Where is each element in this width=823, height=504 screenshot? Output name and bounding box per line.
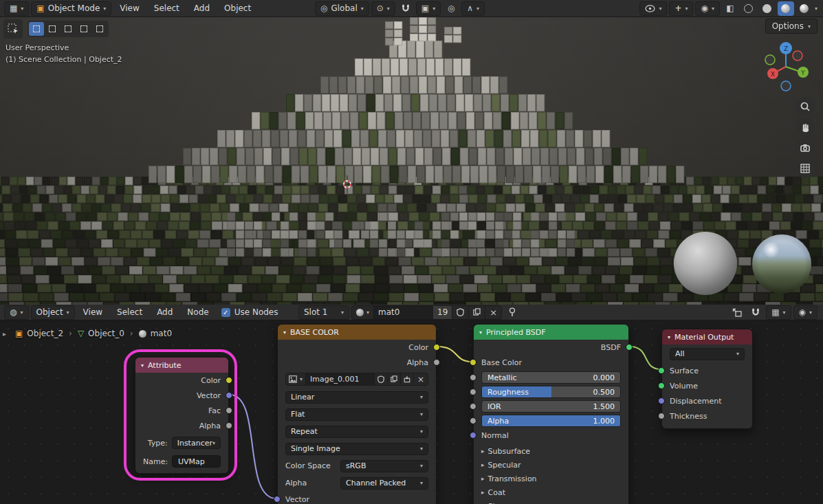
breadcrumb-mesh[interactable]: Object_0 [88, 329, 124, 338]
gizmo-minus-y-axis[interactable] [765, 55, 775, 65]
socket-color-output[interactable] [226, 377, 232, 384]
pan-button[interactable] [795, 118, 815, 137]
attribute-name-field[interactable]: UVMap [172, 455, 221, 468]
object-type-visibility-dropdown[interactable]: ▾ [639, 1, 667, 16]
material-name-field[interactable]: mat0 [374, 306, 433, 319]
snap-toggle-button[interactable] [397, 1, 414, 16]
image-pack-button[interactable] [401, 373, 414, 385]
socket-ior-input[interactable] [470, 403, 476, 410]
metallic-slider[interactable]: Metallic 0.000 [481, 371, 621, 384]
shading-solid-button[interactable] [759, 1, 776, 16]
navigation-gizmo[interactable]: Z X Y [758, 39, 813, 94]
shading-wireframe-button[interactable] [740, 1, 757, 16]
select-mode-subtract-button[interactable] [61, 22, 76, 36]
editor-type-dropdown[interactable]: ▦▾ [4, 1, 29, 16]
socket-bsdf-output[interactable] [626, 344, 633, 351]
socket-roughness-input[interactable] [470, 388, 476, 395]
collapse-chevron-icon[interactable]: ▾ [141, 362, 144, 369]
menu-select-shader[interactable]: Select [111, 305, 149, 319]
menu-view-shader[interactable]: View [77, 305, 109, 319]
new-material-button[interactable] [469, 306, 485, 319]
socket-color-output[interactable] [433, 344, 440, 351]
snap-target-dropdown[interactable]: ▣▾ [416, 1, 441, 16]
section-sheen[interactable]: ▸ Sheen [474, 499, 628, 504]
viewport-3d[interactable]: Options ▾ User Perspective (1) Scene Col… [0, 17, 823, 305]
interpolation-dropdown[interactable]: Linear ▾ [285, 391, 428, 404]
select-mode-extend-button[interactable] [45, 22, 60, 36]
shading-options-chevron-icon[interactable]: ▾ [815, 6, 817, 12]
menu-node-shader[interactable]: Node [181, 305, 215, 319]
node-overlays-dropdown[interactable]: ◉▾ [793, 305, 818, 320]
active-tool-button[interactable] [3, 19, 23, 39]
image-fake-user-button[interactable] [375, 373, 388, 385]
node-principled-bsdf[interactable]: ▾ Principled BSDF BSDF Base Color Metall… [473, 324, 629, 504]
gizmos-dropdown[interactable]: +▾ [669, 1, 693, 16]
socket-alpha-output[interactable] [226, 422, 232, 429]
socket-vector-output[interactable] [226, 392, 232, 399]
node-principled-header[interactable]: ▾ Principled BSDF [474, 325, 628, 340]
unlink-material-button[interactable]: × [485, 306, 501, 319]
socket-alpha-output[interactable] [433, 359, 440, 366]
menu-select[interactable]: Select [148, 1, 186, 15]
gizmo-minus-z-axis[interactable] [781, 81, 791, 91]
collapse-chevron-icon[interactable]: ▾ [479, 329, 482, 336]
material-users-count[interactable]: 19 [433, 306, 452, 319]
gizmo-minus-x-axis[interactable] [793, 51, 802, 61]
material-slot-dropdown[interactable]: Slot 1 ▾ [298, 305, 349, 320]
ior-slider[interactable]: IOR 1.500 [481, 400, 621, 413]
zoom-button[interactable] [795, 97, 815, 116]
breadcrumb-material[interactable]: mat0 [151, 329, 172, 338]
socket-thickness-input[interactable] [658, 413, 665, 419]
source-dropdown[interactable]: Single Image ▾ [285, 443, 428, 455]
xray-toggle[interactable]: ◧ [722, 1, 738, 16]
shading-rendered-button[interactable] [796, 1, 813, 16]
menu-object[interactable]: Object [218, 1, 257, 15]
node-material-output-header[interactable]: ▾ Material Output [662, 329, 752, 344]
socket-fac-output[interactable] [226, 407, 232, 414]
select-mode-invert-button[interactable] [76, 22, 91, 36]
socket-displacement-input[interactable] [658, 397, 665, 404]
shading-material-preview-button[interactable] [778, 1, 794, 16]
mode-dropdown[interactable]: ▣ Object Mode ▾ [31, 1, 111, 16]
node-editor[interactable]: ▸ ▣ Object_2 › ▽ Object_0 › mat0 ▾ Attri… [0, 320, 823, 504]
color-space-dropdown[interactable]: sRGB ▾ [340, 460, 428, 472]
camera-view-button[interactable] [795, 138, 815, 157]
alpha-mode-dropdown[interactable]: Channel Packed ▾ [340, 477, 428, 490]
section-transmission[interactable]: ▸ Transmission [474, 472, 628, 485]
alpha-slider[interactable]: Alpha 1.000 [481, 415, 621, 427]
image-new-button[interactable] [388, 373, 401, 385]
section-coat[interactable]: ▸ Coat [474, 485, 628, 499]
go-to-parent-node-tree-button[interactable] [729, 305, 745, 320]
node-material-output[interactable]: ▾ Material Output All ▾ Surface Volume D… [661, 329, 753, 429]
breadcrumb-object[interactable]: Object_2 [27, 329, 63, 338]
collapse-chevron-icon[interactable]: ▾ [283, 329, 286, 336]
section-subsurface[interactable]: ▸ Subsurface [474, 444, 628, 458]
image-unlink-button[interactable]: × [414, 373, 428, 385]
socket-vector-input[interactable] [274, 496, 281, 503]
material-browse-dropdown[interactable]: ▾ [352, 306, 374, 319]
projection-dropdown[interactable]: Flat ▾ [285, 408, 428, 421]
image-browse-dropdown[interactable]: ▾ [286, 373, 306, 385]
node-snap-toggle[interactable] [747, 305, 764, 320]
socket-surface-input[interactable] [658, 367, 665, 374]
socket-volume-input[interactable] [658, 382, 665, 389]
fake-user-button[interactable] [452, 306, 469, 319]
overlays-dropdown[interactable]: ◉▾ [695, 1, 720, 16]
menu-view[interactable]: View [113, 1, 145, 15]
image-name-field[interactable]: Image_0.001 [306, 373, 375, 385]
transform-orientation-dropdown[interactable]: ◎ Global ▾ [315, 1, 369, 16]
pivot-point-dropdown[interactable]: ⊙▾ [371, 1, 395, 16]
region-expand-icon[interactable]: ▸ [3, 330, 6, 338]
extension-dropdown[interactable]: Repeat ▾ [285, 426, 428, 438]
use-nodes-checkbox[interactable]: ✓ Use Nodes [221, 307, 278, 317]
socket-base-color-input[interactable] [470, 359, 476, 366]
node-attribute-header[interactable]: ▾ Attribute [135, 358, 228, 373]
node-snap-target-dropdown[interactable]: ▦▾ [766, 305, 791, 320]
socket-normal-input[interactable] [470, 432, 476, 439]
select-mode-intersect-button[interactable] [92, 22, 107, 36]
attribute-type-dropdown[interactable]: Instancer ▾ [172, 437, 221, 449]
output-target-dropdown[interactable]: All ▾ [670, 348, 745, 360]
node-image-texture-header[interactable]: ▾ BASE COLOR [278, 325, 436, 340]
toggle-orthographic-button[interactable] [795, 159, 815, 178]
section-specular[interactable]: ▸ Specular [474, 458, 628, 472]
